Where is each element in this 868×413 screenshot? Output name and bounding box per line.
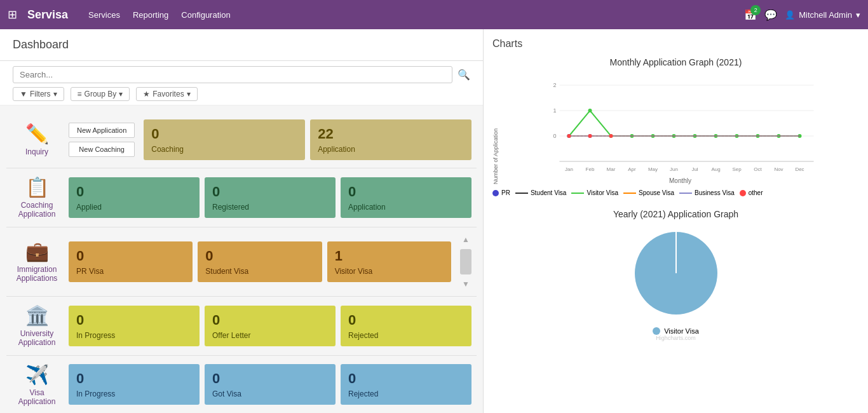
univ-inprogress-count: 0 bbox=[76, 312, 192, 328]
visitor-visa-card[interactable]: 1 Visitor Visa bbox=[327, 241, 451, 282]
coaching-app-application-card[interactable]: 0 Application bbox=[341, 177, 471, 218]
immigration-cards: 0 PR Visa 0 Student Visa 1 Visitor Visa bbox=[69, 241, 451, 282]
visa-rejected-count: 0 bbox=[348, 370, 464, 387]
offer-letter-count: 0 bbox=[212, 312, 328, 328]
legend-business-line bbox=[679, 193, 692, 194]
main-wrap: Dashboard 🔍 ▼ Filters ▾ ≡ Group By ▾ bbox=[0, 29, 868, 413]
pr-visa-card[interactable]: 0 PR Visa bbox=[69, 241, 193, 282]
visitor-visa-line bbox=[569, 111, 800, 136]
immigration-icon: 💼 bbox=[11, 240, 62, 262]
svg-point-35 bbox=[588, 134, 592, 138]
legend-other-label: other bbox=[749, 189, 763, 196]
menu-configuration[interactable]: Configuration bbox=[181, 10, 230, 20]
menu-reporting[interactable]: Reporting bbox=[133, 10, 168, 20]
univ-rejected-card[interactable]: 0 Rejected bbox=[341, 306, 471, 346]
filters-dropdown-icon: ▾ bbox=[53, 90, 57, 98]
app-logo: Servisa bbox=[27, 8, 68, 22]
search-button[interactable]: 🔍 bbox=[458, 69, 470, 81]
svg-text:May: May bbox=[648, 166, 658, 172]
x-axis-label: Monthly bbox=[501, 177, 859, 184]
user-dropdown-icon: ▾ bbox=[856, 10, 860, 20]
svg-text:Dec: Dec bbox=[795, 166, 804, 172]
pie-legend-label: Visitor Visa bbox=[664, 327, 699, 335]
user-avatar: 👤 bbox=[785, 10, 795, 20]
visa-icon: ✈️ bbox=[11, 363, 62, 386]
visa-icon-label: ✈️ VisaApplication bbox=[11, 363, 62, 407]
legend-business: Business Visa bbox=[679, 189, 735, 196]
user-menu[interactable]: 👤 Mitchell Admin ▾ bbox=[785, 10, 860, 20]
visitor-visa-count: 1 bbox=[335, 248, 444, 264]
application-card[interactable]: 22 Application bbox=[310, 119, 471, 160]
pie-container: Visitor Visa Highcharts.com bbox=[492, 226, 859, 341]
pie-dot bbox=[653, 327, 660, 335]
filter-row: ▼ Filters ▾ ≡ Group By ▾ ★ Favorites ▾ bbox=[13, 87, 470, 101]
coaching-count: 0 bbox=[151, 126, 297, 142]
svg-text:Feb: Feb bbox=[586, 166, 595, 172]
pr-visa-label: PR Visa bbox=[76, 267, 185, 276]
favorites-button[interactable]: ★ Favorites ▾ bbox=[136, 87, 197, 101]
legend-other: other bbox=[740, 189, 763, 196]
coaching-label: Coaching bbox=[151, 145, 297, 154]
student-visa-card[interactable]: 0 Student Visa bbox=[198, 241, 322, 282]
coaching-app-application-label: Application bbox=[348, 203, 464, 212]
new-coaching-button[interactable]: New Coaching bbox=[69, 142, 135, 157]
inquiry-label: Inquiry bbox=[11, 147, 62, 156]
inquiry-icon-label: ✏️ Inquiry bbox=[11, 123, 62, 156]
menu-services[interactable]: Services bbox=[88, 10, 120, 20]
scroll-up-arrow[interactable]: ▲ bbox=[462, 235, 470, 244]
svg-text:Nov: Nov bbox=[774, 166, 783, 172]
university-cards: 0 In Progress 0 Offer Letter 0 Rejected bbox=[69, 306, 471, 346]
got-visa-card[interactable]: 0 Got Visa bbox=[205, 364, 336, 405]
univ-rejected-label: Rejected bbox=[348, 331, 464, 340]
applied-label: Applied bbox=[76, 203, 192, 212]
legend-student-label: Student Visa bbox=[531, 189, 567, 196]
dashboard-content: ✏️ Inquiry New Application New Coaching … bbox=[0, 105, 483, 413]
section-visa: ✈️ VisaApplication 0 In Progress 0 Got V… bbox=[6, 356, 477, 413]
application-label: Application bbox=[318, 145, 464, 154]
new-application-button[interactable]: New Application bbox=[69, 123, 135, 138]
main-menu: Services Reporting Configuration bbox=[88, 10, 231, 20]
svg-text:2: 2 bbox=[553, 82, 556, 88]
registered-card[interactable]: 0 Registered bbox=[205, 177, 336, 218]
section-immigration: 💼 ImmigrationApplications 0 PR Visa 0 St… bbox=[6, 227, 477, 297]
scroll-down-arrow[interactable]: ▼ bbox=[462, 280, 470, 288]
chat-icon[interactable]: 💬 bbox=[764, 9, 777, 21]
visa-inprogress-count: 0 bbox=[76, 370, 192, 387]
filter-icon: ▼ bbox=[20, 90, 27, 98]
university-label: UniversityApplication bbox=[11, 329, 62, 348]
inquiry-cards: 0 Coaching 22 Application bbox=[144, 119, 471, 160]
svg-text:Oct: Oct bbox=[754, 166, 762, 172]
offer-letter-card[interactable]: 0 Offer Letter bbox=[205, 306, 336, 346]
pie-chart-svg bbox=[628, 226, 724, 321]
svg-text:Mar: Mar bbox=[607, 166, 616, 172]
legend-visitor: Visitor Visa bbox=[571, 189, 618, 196]
legend-spouse-line bbox=[623, 193, 636, 194]
visa-inprogress-label: In Progress bbox=[76, 389, 192, 398]
y-axis-label: Number of Application bbox=[492, 72, 499, 184]
visa-rejected-card[interactable]: 0 Rejected bbox=[341, 364, 471, 405]
scroll-arrows: ▲ ▼ bbox=[460, 235, 471, 288]
groupby-dropdown-icon: ▾ bbox=[119, 90, 123, 98]
groupby-button[interactable]: ≡ Group By ▾ bbox=[71, 87, 130, 101]
legend-visitor-label: Visitor Visa bbox=[587, 189, 618, 196]
highcharts-credit: Highcharts.com bbox=[656, 335, 696, 341]
legend-visitor-line bbox=[571, 193, 584, 194]
calendar-icon[interactable]: 📅 2 bbox=[744, 9, 757, 21]
visa-inprogress-card[interactable]: 0 In Progress bbox=[69, 364, 200, 405]
line-chart-title: Monthly Application Graph (2021) bbox=[492, 57, 859, 67]
coaching-card[interactable]: 0 Coaching bbox=[144, 119, 305, 160]
legend-business-label: Business Visa bbox=[695, 189, 735, 196]
coaching-app-icon-label: 📋 CoachingApplication bbox=[11, 176, 62, 219]
univ-inprogress-card[interactable]: 0 In Progress bbox=[69, 306, 200, 346]
legend-pr: PR bbox=[492, 189, 510, 196]
right-panel: Charts Monthly Application Graph (2021) … bbox=[483, 29, 868, 413]
applied-card[interactable]: 0 Applied bbox=[69, 177, 200, 218]
visa-label: VisaApplication bbox=[11, 388, 62, 407]
svg-text:Jul: Jul bbox=[691, 166, 698, 172]
search-input[interactable] bbox=[13, 66, 452, 83]
svg-text:Jun: Jun bbox=[670, 166, 678, 172]
filters-button[interactable]: ▼ Filters ▾ bbox=[13, 87, 64, 101]
legend-pr-label: PR bbox=[501, 189, 510, 196]
user-name: Mitchell Admin bbox=[799, 10, 852, 20]
grid-icon[interactable]: ⊞ bbox=[8, 8, 17, 22]
